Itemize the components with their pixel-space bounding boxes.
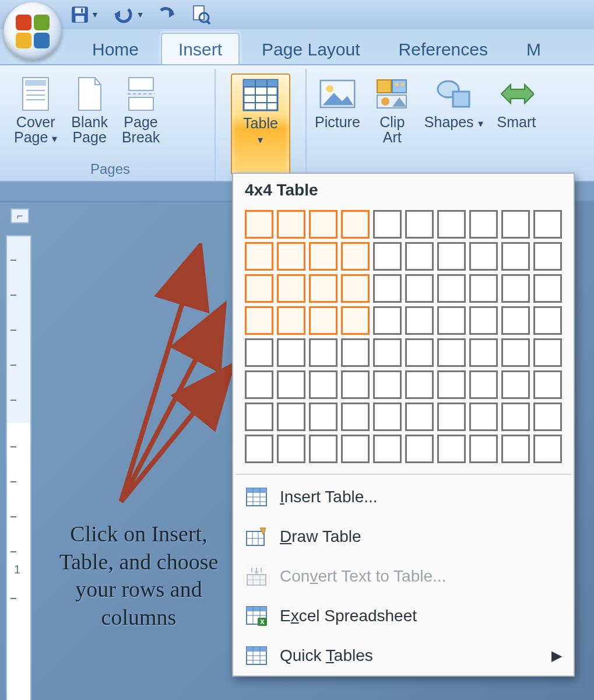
grid-cell[interactable]: [405, 402, 434, 431]
grid-cell[interactable]: [501, 402, 530, 431]
grid-cell[interactable]: [501, 306, 530, 335]
grid-cell[interactable]: [373, 210, 402, 239]
tab-references[interactable]: References: [382, 34, 504, 64]
grid-cell[interactable]: [277, 402, 305, 431]
grid-cell[interactable]: [469, 242, 498, 271]
grid-cell[interactable]: [405, 306, 434, 335]
grid-cell[interactable]: [277, 242, 305, 271]
grid-cell[interactable]: [341, 402, 370, 431]
grid-cell[interactable]: [533, 338, 562, 367]
grid-cell[interactable]: [341, 242, 370, 271]
grid-cell[interactable]: [309, 370, 338, 399]
table-grid-picker[interactable]: [233, 205, 574, 471]
cover-page-button[interactable]: CoverPage ▾: [13, 74, 58, 159]
grid-cell[interactable]: [277, 210, 305, 239]
grid-cell[interactable]: [245, 402, 273, 431]
grid-cell[interactable]: [405, 242, 434, 271]
grid-cell[interactable]: [533, 210, 562, 239]
grid-cell[interactable]: [309, 242, 338, 271]
draw-table-item[interactable]: Draw Table: [233, 517, 574, 556]
grid-cell[interactable]: [373, 435, 402, 463]
grid-cell[interactable]: [341, 274, 370, 303]
grid-cell[interactable]: [469, 402, 498, 431]
grid-cell[interactable]: [341, 210, 370, 239]
tab-more[interactable]: M: [510, 34, 557, 64]
grid-cell[interactable]: [373, 274, 402, 303]
grid-cell[interactable]: [501, 274, 530, 303]
grid-cell[interactable]: [277, 306, 305, 335]
grid-cell[interactable]: [309, 402, 338, 431]
grid-cell[interactable]: [469, 210, 498, 239]
grid-cell[interactable]: [341, 435, 370, 463]
grid-cell[interactable]: [245, 370, 273, 399]
office-button[interactable]: [3, 2, 62, 61]
blank-page-button[interactable]: BlankPage: [70, 74, 109, 159]
undo-button[interactable]: ▼: [112, 6, 145, 23]
grid-cell[interactable]: [277, 274, 305, 303]
grid-cell[interactable]: [373, 338, 402, 367]
print-preview-button[interactable]: [190, 5, 211, 24]
grid-cell[interactable]: [245, 306, 273, 335]
grid-cell[interactable]: [533, 242, 562, 271]
grid-cell[interactable]: [309, 210, 338, 239]
grid-cell[interactable]: [533, 274, 562, 303]
grid-cell[interactable]: [501, 338, 530, 367]
vertical-ruler[interactable]: 1: [6, 235, 31, 700]
grid-cell[interactable]: [437, 370, 466, 399]
grid-cell[interactable]: [277, 435, 305, 463]
grid-cell[interactable]: [245, 274, 273, 303]
grid-cell[interactable]: [277, 338, 305, 367]
grid-cell[interactable]: [341, 338, 370, 367]
grid-cell[interactable]: [341, 370, 370, 399]
grid-cell[interactable]: [245, 338, 273, 367]
grid-cell[interactable]: [469, 338, 498, 367]
excel-spreadsheet-item[interactable]: X Excel Spreadsheet: [233, 596, 574, 636]
grid-cell[interactable]: [405, 210, 434, 239]
table-button[interactable]: Table▾: [231, 74, 290, 175]
grid-cell[interactable]: [437, 306, 466, 335]
grid-cell[interactable]: [437, 402, 466, 431]
insert-table-item[interactable]: Insert Table...: [233, 477, 574, 517]
grid-cell[interactable]: [309, 435, 338, 463]
grid-cell[interactable]: [533, 435, 562, 463]
grid-cell[interactable]: [437, 242, 466, 271]
grid-cell[interactable]: [405, 338, 434, 367]
grid-cell[interactable]: [501, 435, 530, 463]
clip-art-button[interactable]: ClipArt: [373, 74, 412, 175]
grid-cell[interactable]: [277, 370, 305, 399]
grid-cell[interactable]: [501, 242, 530, 271]
grid-cell[interactable]: [245, 435, 273, 463]
grid-cell[interactable]: [405, 370, 434, 399]
grid-cell[interactable]: [373, 370, 402, 399]
grid-cell[interactable]: [469, 274, 498, 303]
page-break-button[interactable]: PageBreak: [121, 74, 161, 159]
grid-cell[interactable]: [405, 274, 434, 303]
grid-cell[interactable]: [437, 338, 466, 367]
tab-insert[interactable]: Insert: [161, 33, 240, 64]
grid-cell[interactable]: [533, 370, 562, 399]
grid-cell[interactable]: [309, 306, 338, 335]
grid-cell[interactable]: [309, 338, 338, 367]
grid-cell[interactable]: [437, 435, 466, 463]
grid-cell[interactable]: [469, 306, 498, 335]
save-button[interactable]: ▼: [70, 5, 99, 24]
grid-cell[interactable]: [533, 402, 562, 431]
grid-cell[interactable]: [437, 210, 466, 239]
grid-cell[interactable]: [437, 274, 466, 303]
grid-cell[interactable]: [245, 242, 273, 271]
quick-tables-item[interactable]: Quick Tables ▶: [233, 636, 574, 676]
grid-cell[interactable]: [341, 306, 370, 335]
picture-button[interactable]: Picture: [314, 74, 361, 175]
tab-home[interactable]: Home: [76, 34, 155, 64]
grid-cell[interactable]: [373, 242, 402, 271]
grid-cell[interactable]: [533, 306, 562, 335]
grid-cell[interactable]: [245, 210, 273, 239]
shapes-button[interactable]: Shapes ▾: [423, 74, 484, 175]
tab-page-layout[interactable]: Page Layout: [245, 34, 376, 64]
grid-cell[interactable]: [501, 210, 530, 239]
smartart-button[interactable]: Smart: [496, 74, 537, 175]
grid-cell[interactable]: [309, 274, 338, 303]
grid-cell[interactable]: [373, 402, 402, 431]
grid-cell[interactable]: [469, 435, 498, 463]
redo-button[interactable]: [157, 6, 177, 23]
